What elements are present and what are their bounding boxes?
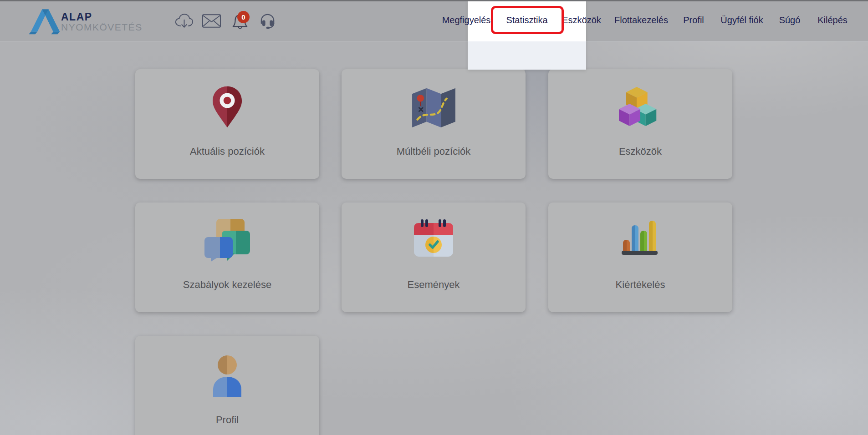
card-label: Profil — [135, 414, 319, 426]
card-eszkozok[interactable]: Eszközök — [548, 69, 732, 179]
brand-logo[interactable] — [29, 6, 61, 35]
stacked-cubes-icon — [548, 86, 732, 131]
nav-item-flottakezeles[interactable]: Flottakezelés — [614, 15, 668, 25]
person-icon — [135, 355, 319, 400]
background-band — [525, 69, 550, 192]
mail-icon[interactable] — [202, 14, 221, 30]
app-screen: ALAP NYOMKÖVETÉS 0 — [0, 0, 868, 435]
cloud-download-icon[interactable] — [174, 13, 194, 31]
card-esemenyek[interactable]: Események — [342, 202, 526, 312]
nav-item-eszkozok[interactable]: Eszközök — [562, 15, 601, 25]
brand-title: ALAP — [61, 11, 92, 23]
card-multbeli-poziciok[interactable]: Múltbéli pozíciók — [342, 69, 526, 179]
card-label: Események — [342, 279, 526, 291]
nav-item-statisztika[interactable]: Statisztika — [506, 15, 547, 25]
card-szabalyok-kezelese[interactable]: Szabályok kezelése — [135, 202, 319, 312]
brand-subtitle: NYOMKÖVETÉS — [61, 22, 143, 33]
card-label: Kiértékelés — [548, 279, 732, 291]
nav-item-kilepes[interactable]: Kilépés — [817, 15, 848, 25]
card-label: Eszközök — [548, 146, 732, 157]
card-label: Szabályok kezelése — [135, 279, 319, 291]
support-headset-icon[interactable] — [259, 13, 276, 31]
card-kiertekeles[interactable]: Kiértékelés — [548, 202, 732, 312]
calendar-check-icon — [342, 219, 526, 264]
card-label: Múltbéli pozíciók — [342, 146, 526, 157]
statisztika-dropdown-panel — [468, 0, 586, 70]
folded-map-icon — [342, 86, 526, 131]
location-pin-icon — [135, 86, 319, 131]
dropdown-panel-body — [468, 41, 586, 70]
screen-top-edge — [0, 0, 868, 1]
card-profil[interactable]: Profil — [135, 336, 319, 435]
card-aktualis-poziciok[interactable]: Aktuális pozíciók — [135, 69, 319, 179]
bar-chart-icon — [548, 219, 732, 264]
card-label: Aktuális pozíciók — [135, 146, 319, 157]
nav-item-sugo[interactable]: Súgó — [779, 15, 801, 25]
chat-bubbles-icon — [135, 219, 319, 264]
notification-count-badge: 0 — [237, 11, 250, 23]
nav-item-ugyfel-fiok[interactable]: Ügyfél fiók — [720, 15, 763, 25]
top-navbar: ALAP NYOMKÖVETÉS 0 — [0, 0, 868, 41]
nav-item-profil[interactable]: Profil — [683, 15, 704, 25]
nav-item-megfigyeles[interactable]: Megfigyelés — [442, 15, 491, 25]
